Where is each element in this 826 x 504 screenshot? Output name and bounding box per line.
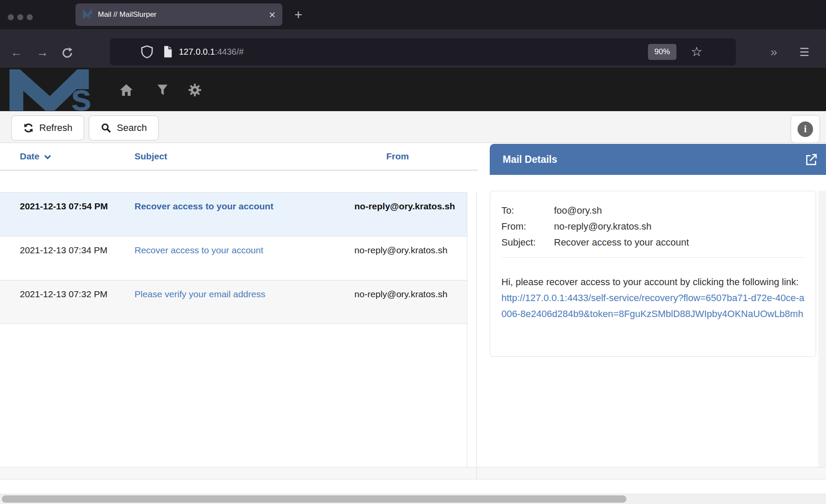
url-host: 127.0.0.1 xyxy=(179,47,215,56)
column-header-date[interactable]: Date xyxy=(20,151,135,162)
tab-bar: s Mail // MailSlurper × + xyxy=(0,0,826,29)
traffic-light-dot[interactable] xyxy=(8,14,14,20)
app-toolbar: Refresh Search i xyxy=(0,111,826,143)
search-button[interactable]: Search xyxy=(89,115,159,140)
refresh-button[interactable]: Refresh xyxy=(11,115,84,140)
tab-favicon: s xyxy=(82,9,93,20)
svg-text:s: s xyxy=(88,14,91,20)
subject-link[interactable]: Recover access to your account xyxy=(135,245,263,255)
url-suffix: :4436/# xyxy=(215,47,244,56)
refresh-icon xyxy=(23,122,34,134)
search-label: Search xyxy=(117,122,147,134)
refresh-label: Refresh xyxy=(39,122,72,134)
mail-details-title: Mail Details xyxy=(503,144,826,175)
cell-date: 2021-12-13 07:34 PM xyxy=(20,243,135,272)
cell-from: no-reply@ory.kratos.sh xyxy=(354,243,456,272)
menu-hamburger-icon[interactable]: ☰ xyxy=(794,40,815,64)
from-label: From: xyxy=(501,218,554,234)
reload-icon[interactable] xyxy=(58,43,77,62)
open-external-icon[interactable] xyxy=(804,153,817,168)
panel-footer-strip xyxy=(0,467,826,479)
url-text: 127.0.0.1:4436/# xyxy=(179,38,244,65)
cell-subject: Please verify your email address xyxy=(135,287,354,316)
browser-tab[interactable]: s Mail // MailSlurper × xyxy=(75,3,282,26)
mailslurper-logo: s xyxy=(9,69,100,111)
mail-rows: 2021-12-13 07:54 PM Recover access to yo… xyxy=(0,192,467,467)
page-info-icon[interactable] xyxy=(161,45,175,60)
subject-label: Subject: xyxy=(501,234,554,250)
details-separator xyxy=(501,257,804,258)
mail-list-row[interactable]: 2021-12-13 07:32 PM Please verify your e… xyxy=(0,280,467,324)
cell-from: no-reply@ory.kratos.sh xyxy=(354,199,456,228)
mail-list-row[interactable]: 2021-12-13 07:54 PM Recover access to yo… xyxy=(0,192,467,236)
panel-divider xyxy=(476,192,477,479)
horizontal-scrollbar[interactable] xyxy=(0,494,826,504)
subject-link[interactable]: Recover access to your account xyxy=(135,201,273,211)
subject-value: Recover access to your account xyxy=(554,234,804,250)
footer-divider xyxy=(476,467,477,479)
cell-date: 2021-12-13 07:54 PM xyxy=(20,199,135,228)
cell-date: 2021-12-13 07:32 PM xyxy=(20,287,135,316)
scrollbar-thumb[interactable] xyxy=(2,495,626,503)
column-header-subject[interactable]: Subject xyxy=(135,151,354,162)
filter-icon[interactable] xyxy=(156,83,171,98)
svg-text:s: s xyxy=(71,76,92,111)
bookmark-star-icon[interactable]: ☆ xyxy=(687,42,707,62)
forward-icon[interactable]: → xyxy=(33,43,52,62)
mail-body-text: Hi, please recover access to your accoun… xyxy=(501,277,799,287)
browser-toolbar: ← → 127.0.0.1:4436/# 90% ☆ xyxy=(0,29,826,68)
shield-icon[interactable] xyxy=(140,45,154,60)
from-value: no-reply@ory.kratos.sh xyxy=(554,218,804,234)
mail-body: Hi, please recover access to your accoun… xyxy=(501,274,804,322)
tab-close-icon[interactable]: × xyxy=(269,9,275,20)
home-icon[interactable] xyxy=(119,83,134,98)
info-button[interactable]: i xyxy=(791,115,820,143)
to-value: foo@ory.sh xyxy=(554,202,804,218)
to-label: To: xyxy=(501,202,554,218)
sort-desc-icon xyxy=(44,155,51,159)
mail-details-card: To: foo@ory.sh From: no-reply@ory.kratos… xyxy=(490,191,816,357)
recovery-link[interactable]: http://127.0.0.1:4433/self-service/recov… xyxy=(501,292,804,319)
traffic-light-dot[interactable] xyxy=(17,14,23,20)
mail-list-header: Date Subject From xyxy=(0,143,478,171)
window-controls[interactable] xyxy=(8,14,33,20)
detail-scroll-gutter[interactable] xyxy=(818,191,826,467)
info-icon: i xyxy=(798,121,813,137)
back-icon[interactable]: ← xyxy=(7,43,26,62)
search-icon xyxy=(100,122,112,134)
cell-subject: Recover access to your account xyxy=(135,199,354,228)
app-navbar: s xyxy=(0,68,826,111)
subject-link[interactable]: Please verify your email address xyxy=(135,289,265,299)
mail-details-header: Mail Details xyxy=(490,144,826,175)
traffic-light-dot[interactable] xyxy=(27,14,33,20)
tab-title: Mail // MailSlurper xyxy=(98,10,269,19)
cell-subject: Recover access to your account xyxy=(135,243,354,272)
mail-list-row[interactable]: 2021-12-13 07:34 PM Recover access to yo… xyxy=(0,236,467,280)
new-tab-button[interactable]: + xyxy=(290,6,307,23)
cell-from: no-reply@ory.kratos.sh xyxy=(354,287,456,316)
browser-window: s Mail // MailSlurper × + ← → xyxy=(0,0,826,504)
url-bar[interactable]: 127.0.0.1:4436/# 90% ☆ xyxy=(110,38,736,65)
zoom-level-badge[interactable]: 90% xyxy=(648,44,676,60)
overflow-chevrons-icon[interactable]: » xyxy=(763,40,785,64)
settings-gear-icon[interactable] xyxy=(188,83,203,98)
column-header-from[interactable]: From xyxy=(354,151,478,162)
